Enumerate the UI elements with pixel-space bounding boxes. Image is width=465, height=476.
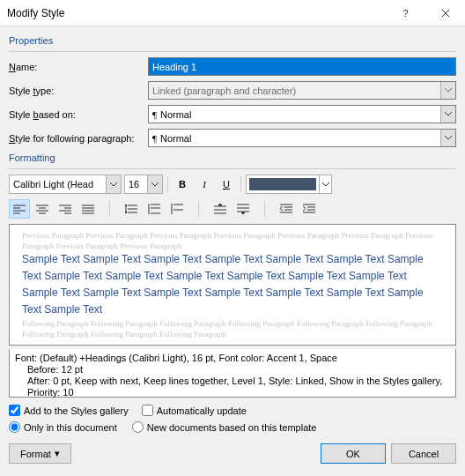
size-combo[interactable]: 16 xyxy=(124,175,163,194)
italic-button[interactable]: I xyxy=(195,175,214,194)
based-on-select[interactable]: ¶Normal xyxy=(148,105,456,123)
align-right-button[interactable] xyxy=(55,199,76,219)
based-on-label: Style based on: xyxy=(9,109,148,120)
preview-sample: Sample Text Sample Text Sample Text Samp… xyxy=(22,251,443,318)
underline-button[interactable]: U xyxy=(217,175,236,194)
chevron-down-icon[interactable] xyxy=(106,175,121,193)
title-bar: Modify Style ? xyxy=(0,0,465,26)
formatting-heading: Formatting xyxy=(9,152,456,163)
new-docs-radio[interactable]: New documents based on this template xyxy=(132,421,317,433)
space-before-inc-button[interactable] xyxy=(210,199,231,219)
style-type-label: Style type: xyxy=(9,86,148,96)
indent-dec-button[interactable] xyxy=(276,199,297,219)
preview-ghost-after: Following Paragraph Following Paragraph … xyxy=(22,318,443,339)
dialog-title: Modify Style xyxy=(7,7,386,19)
name-input[interactable] xyxy=(148,57,456,76)
preview-ghost-before: Previous Paragraph Previous Paragraph Pr… xyxy=(22,230,443,251)
following-select[interactable]: ¶Normal xyxy=(148,129,456,147)
align-center-button[interactable] xyxy=(32,199,53,219)
style-type-select: Linked (paragraph and character) xyxy=(148,81,456,100)
align-justify-button[interactable] xyxy=(78,199,99,219)
ok-button[interactable]: OK xyxy=(321,443,386,464)
auto-update-check[interactable]: Automatically update xyxy=(142,405,247,416)
chevron-down-icon[interactable] xyxy=(440,106,455,123)
properties-heading: Properties xyxy=(9,35,456,46)
format-button[interactable]: Format▾ xyxy=(9,443,71,464)
help-button[interactable]: ? xyxy=(386,0,425,26)
following-label: Style for following paragraph: xyxy=(9,133,148,144)
preview-pane: Previous Paragraph Previous Paragraph Pr… xyxy=(9,224,456,346)
align-left-button[interactable] xyxy=(9,199,30,219)
style-description: Font: (Default) +Headings (Calibri Light… xyxy=(9,349,456,398)
add-gallery-check[interactable]: Add to the Styles gallery xyxy=(9,405,129,416)
font-combo[interactable]: Calibri Light (Head xyxy=(9,175,122,194)
chevron-down-icon[interactable] xyxy=(147,175,162,193)
spacing-1-button[interactable] xyxy=(121,199,142,219)
spacing-2-button[interactable] xyxy=(166,199,188,219)
name-label: Name: xyxy=(9,62,148,72)
bold-button[interactable]: B xyxy=(173,175,192,194)
cancel-button[interactable]: Cancel xyxy=(391,443,456,464)
chevron-down-icon xyxy=(440,82,455,99)
space-before-dec-button[interactable] xyxy=(232,199,254,219)
color-swatch xyxy=(249,178,316,190)
font-color-button[interactable] xyxy=(246,175,332,194)
indent-inc-button[interactable] xyxy=(299,199,320,219)
chevron-down-icon[interactable] xyxy=(440,130,455,146)
close-button[interactable] xyxy=(425,0,465,26)
only-doc-radio[interactable]: Only in this document xyxy=(9,421,117,433)
chevron-down-icon[interactable] xyxy=(319,175,331,193)
spacing-1_5-button[interactable] xyxy=(144,199,165,219)
